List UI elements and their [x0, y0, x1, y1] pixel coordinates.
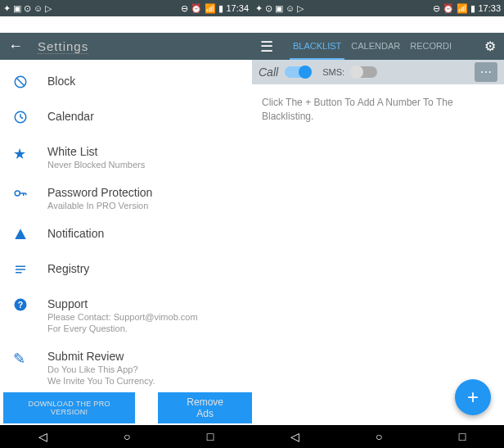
alarm-icon: ⏰	[191, 3, 202, 14]
nav-back-right[interactable]: ◁	[290, 430, 299, 443]
nav-recent-left[interactable]: □	[207, 430, 214, 443]
calendar-label: Calendar	[47, 110, 239, 123]
setting-notification[interactable]: Notification	[0, 219, 252, 254]
call-label: Call	[259, 66, 278, 79]
setting-calendar[interactable]: Calendar	[0, 102, 252, 137]
status-bar-right: ✦ ⊙ ▣ ☺ ▷ ⊖ ⏰ 📶 ▮ 17:33	[252, 0, 504, 16]
download-pro-button[interactable]: DOWNLOAD THE PRO VERSION!	[3, 392, 135, 423]
setting-password[interactable]: Password Protection Available In PRO Ver…	[0, 178, 252, 219]
review-sub1: Do You Like This App?	[47, 364, 239, 374]
support-label: Support	[47, 297, 239, 310]
nav-home-left[interactable]: ○	[124, 430, 130, 443]
registry-label: Registry	[47, 262, 239, 275]
tabs-header: ☰ BLACKLIST CALENDAR RECORDI ⚙	[252, 33, 504, 60]
play-icon: ▷	[297, 3, 304, 14]
clock: 17:33	[478, 3, 501, 13]
nav-recent-right[interactable]: □	[459, 430, 466, 443]
block-label: Block	[47, 75, 239, 88]
review-sub2: We Invite You To Currency.	[47, 376, 239, 386]
sms-toggle[interactable]	[351, 66, 377, 78]
blacklist-hint: Click The + Button To Add A Number To Th…	[252, 84, 504, 135]
page-title: Settings	[38, 39, 88, 54]
dnd-icon: ⊖	[433, 3, 440, 14]
whatsapp-icon: ☺	[34, 3, 43, 14]
setting-block[interactable]: Block	[0, 66, 252, 102]
add-fab[interactable]: +	[455, 379, 491, 415]
svg-line-1	[17, 79, 25, 86]
tab-calendar[interactable]: CALENDAR	[348, 34, 403, 60]
svg-text:?: ?	[18, 300, 23, 310]
list-icon	[13, 262, 33, 281]
nav-back-left[interactable]: ◁	[38, 430, 47, 443]
clock-icon	[13, 110, 33, 129]
toggle-bar: Call SMS: ⋯	[252, 60, 504, 84]
location-icon: ⊙	[265, 3, 272, 14]
star-icon: ★	[13, 145, 33, 163]
setting-review[interactable]: ✎ Submit Review Do You Like This App? We…	[0, 342, 252, 394]
setting-whitelist[interactable]: ★ White List Never Blocked Numbers	[0, 137, 252, 178]
pencil-icon: ✎	[13, 350, 33, 368]
call-toggle[interactable]	[285, 66, 311, 78]
settings-header: ← Settings	[0, 33, 252, 60]
svg-point-5	[15, 191, 20, 196]
whitelist-label: White List	[47, 145, 239, 158]
signal-icon: 📶	[205, 3, 216, 14]
image-icon: ▣	[275, 3, 283, 14]
nav-home-right[interactable]: ○	[376, 430, 382, 443]
review-label: Submit Review	[47, 350, 239, 363]
help-icon: ?	[13, 297, 33, 316]
tab-recordi[interactable]: RECORDI	[407, 34, 455, 60]
app-icon: ✦	[3, 3, 11, 14]
remove-ads-button[interactable]: Remove Ads	[158, 392, 252, 423]
whitelist-sub: Never Blocked Numbers	[47, 160, 239, 170]
battery-icon: ▮	[470, 3, 475, 14]
app-icon: ✦	[255, 3, 263, 14]
setting-support[interactable]: ? Support Please Contact: Support@vimob.…	[0, 289, 252, 342]
back-button[interactable]: ←	[8, 38, 23, 55]
key-icon	[13, 186, 33, 205]
play-icon: ▷	[45, 3, 52, 14]
more-button[interactable]: ⋯	[475, 62, 497, 82]
svg-line-4	[20, 117, 23, 119]
dnd-icon: ⊖	[181, 3, 188, 14]
location-icon: ⊙	[24, 3, 31, 14]
status-bar-left: ✦ ▣ ⊙ ☺ ▷ ⊖ ⏰ 📶 ▮ 17:34	[0, 0, 252, 16]
battery-icon: ▮	[218, 3, 223, 14]
alarm-icon: ⏰	[443, 3, 454, 14]
signal-icon: 📶	[457, 3, 468, 14]
gear-icon[interactable]: ⚙	[484, 38, 496, 54]
image-icon: ▣	[13, 3, 21, 14]
sms-label: SMS:	[322, 67, 344, 77]
whatsapp-icon: ☺	[286, 3, 295, 14]
support-sub2: For Every Question.	[47, 324, 239, 333]
menu-icon[interactable]: ☰	[260, 38, 273, 56]
setting-registry[interactable]: Registry	[0, 254, 252, 289]
tab-blacklist[interactable]: BLACKLIST	[290, 34, 344, 60]
clock: 17:34	[226, 3, 249, 13]
block-icon	[13, 75, 33, 93]
password-label: Password Protection	[47, 186, 239, 199]
support-sub1: Please Contact: Support@vimob.com	[47, 312, 239, 322]
warning-icon	[13, 227, 33, 246]
password-sub: Available In PRO Version	[47, 201, 239, 210]
notification-label: Notification	[47, 227, 239, 240]
nav-bar: ◁ ○ □ ◁ ○ □	[0, 425, 504, 448]
